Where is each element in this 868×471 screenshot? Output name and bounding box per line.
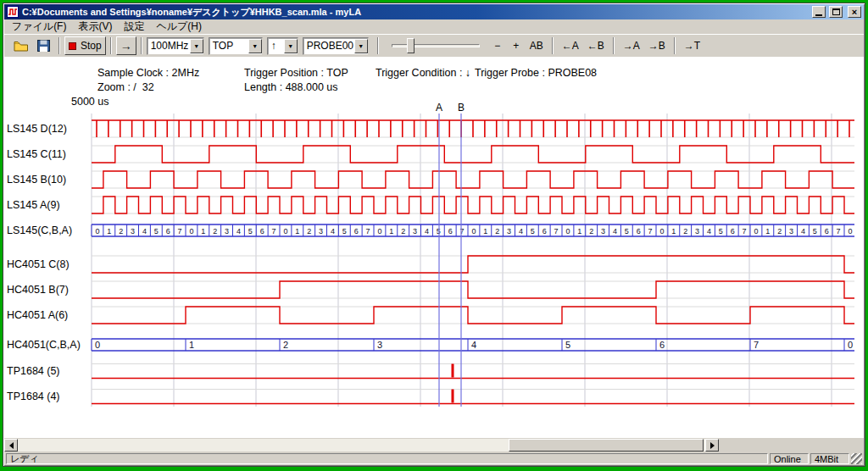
length-info: Length : 488.000 us [244,81,338,93]
toolbar-separator [674,37,676,54]
trigger-condition-info: Trigger Condition : ↓ [376,67,470,79]
menu-bar: ファイル(F) 表示(V) 設定 ヘルプ(H) [4,19,864,34]
scroll-left-button[interactable] [4,439,18,452]
toolbar-separator [58,37,60,54]
zoom-in-button[interactable]: + [507,36,526,55]
goto-cursor-a-button[interactable]: ←A [558,36,583,55]
resize-grip[interactable] [851,453,862,464]
channel-label: TP1684 (4) [7,389,60,404]
channel-label: HC4051(C,B,A) [7,337,81,352]
minimize-button[interactable] [812,6,826,18]
toolbar-separator [613,37,615,54]
scroll-left-icon [9,442,14,449]
trigger-edge-value: ↑ [271,40,276,52]
toolbar-separator [110,37,112,54]
channel-label: LS145(C,B,A) [7,223,72,238]
toolbar-separator [141,37,142,54]
goto-cursor-b-button[interactable]: ←B [583,36,609,55]
zoom-info: Zoom : / 32 [97,81,154,93]
zoom-slider-thumb[interactable] [407,38,415,53]
goto-trigger-button[interactable]: →T [680,36,704,55]
sample-clock-info: Sample Clock : 2MHz [97,67,199,79]
channel-label: HC4051 C(8) [7,257,70,272]
chevron-down-icon[interactable]: ▼ [354,39,368,53]
stop-label: Stop [81,40,102,52]
menu-settings[interactable]: 設定 [118,19,150,35]
title-bar[interactable]: C:¥Documents and Settings¥noname¥デスクトップ¥… [4,4,864,19]
channel-label: TP1684 (5) [7,363,60,379]
toolbar-separator [377,37,379,54]
stop-button[interactable]: Stop [64,36,106,55]
move-cursor-a-button[interactable]: →A [619,36,644,55]
sample-clock-combo[interactable]: 100MHz ▼ [147,37,204,55]
maximize-button[interactable] [829,6,843,18]
sample-clock-value: 100MHz [151,40,189,52]
toolbar: Stop → 100MHz ▼ TOP ▼ ↑ ▼ PROBE00 ▼ − + … [4,34,864,57]
window-title: C:¥Documents and Settings¥noname¥デスクトップ¥… [22,6,809,19]
chevron-down-icon[interactable]: ▼ [190,39,203,53]
trigger-position-combo[interactable]: TOP ▼ [209,37,263,55]
timescale-label: 5000 us [71,96,108,108]
move-cursor-b-button[interactable]: →B [644,36,670,55]
save-file-button[interactable] [33,36,54,55]
status-message: レディ [6,453,768,464]
run-button[interactable]: → [116,36,136,55]
open-file-button[interactable] [9,36,33,55]
desktop: { "window": { "title": "C:¥Documents and… [0,0,868,471]
app-icon [7,6,19,18]
scroll-thumb[interactable] [509,439,704,452]
status-memory: 4MBit [810,453,849,464]
chevron-down-icon[interactable]: ▼ [284,39,298,53]
trigger-position-value: TOP [213,40,233,52]
channel-label: LS145 D(12) [7,121,67,136]
menu-file[interactable]: ファイル(F) [6,19,72,35]
scroll-right-button[interactable] [705,439,719,452]
maximize-icon [832,8,840,15]
status-bar: レディ Online 4MBit [4,452,864,465]
trigger-probe-value: PROBE00 [307,40,353,52]
menu-view[interactable]: 表示(V) [72,19,118,35]
toolbar-separator [552,37,554,54]
chevron-down-icon[interactable]: ▼ [248,39,262,53]
channel-label: LS145 C(11) [7,147,66,162]
zoom-slider-track [392,44,480,47]
zoom-ab-button[interactable]: AB [526,36,548,55]
trigger-probe-info: Trigger Probe : PROBE08 [475,67,597,79]
scroll-right-icon [710,442,715,449]
channel-label: LS145 B(10) [7,172,66,187]
zoom-out-button[interactable]: − [488,36,507,55]
trigger-position-info: Trigger Position : TOP [244,67,348,79]
trigger-edge-combo[interactable]: ↑ ▼ [267,37,298,55]
zoom-slider[interactable] [388,36,483,55]
open-folder-icon [14,40,29,52]
waveform-area[interactable] [4,57,864,438]
horizontal-scrollbar[interactable] [4,439,719,452]
channel-label: LS145 A(9) [7,197,60,213]
close-button[interactable]: × [848,6,861,18]
menu-help[interactable]: ヘルプ(H) [150,19,208,35]
channel-label: HC4051 B(7) [7,282,69,297]
channel-label: HC4051 A(6) [7,308,68,323]
run-arrow-icon: → [120,39,132,53]
close-icon: × [852,8,857,17]
trigger-probe-combo[interactable]: PROBE00 ▼ [303,37,369,55]
minimize-icon [815,14,822,16]
save-floppy-icon [37,40,50,52]
stop-icon [69,42,76,50]
status-online: Online [770,453,809,464]
scrollbar-row [4,438,864,452]
